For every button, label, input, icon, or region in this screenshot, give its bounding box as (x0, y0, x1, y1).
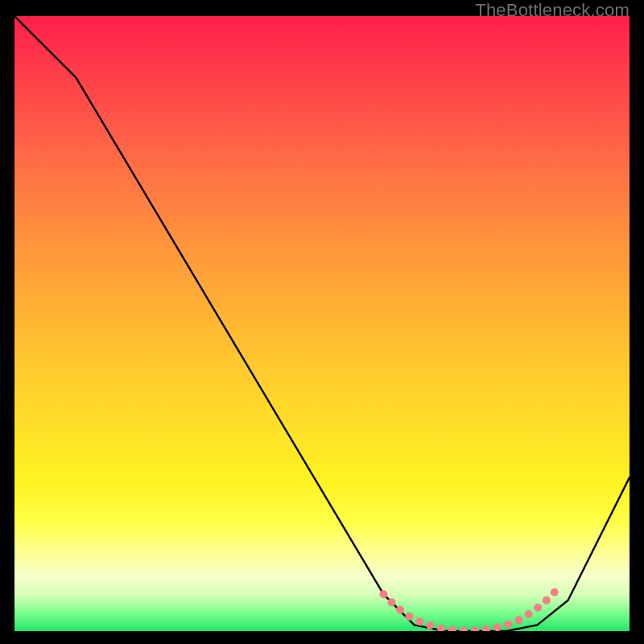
chart-main-curve (14, 16, 630, 631)
chart-marker-band (383, 591, 555, 630)
chart-plot-area (14, 16, 630, 631)
chart-svg (14, 16, 630, 631)
watermark-text: TheBottleneck.com (475, 0, 630, 21)
